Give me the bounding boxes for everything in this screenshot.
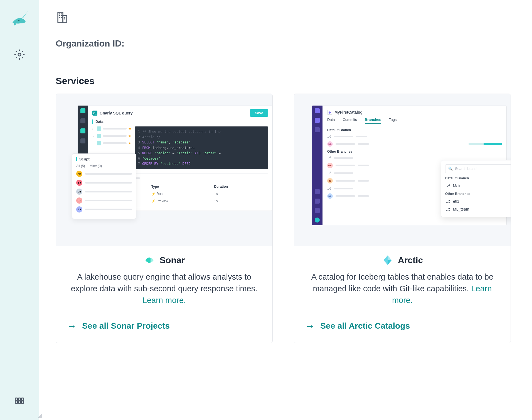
- gear-icon: [14, 49, 25, 60]
- branch-icon: ⎇: [327, 156, 331, 160]
- arctic-card: ◆ MyFirstCatalog Data Commits Branches T…: [294, 94, 511, 343]
- preview-nav-icon: [80, 118, 85, 123]
- svg-rect-5: [15, 401, 18, 403]
- preview-nav-icon: [80, 108, 85, 113]
- sonar-cta-link[interactable]: → See all Sonar Projects: [56, 314, 272, 343]
- sonar-card: >_ Gnarly SQL query Save Data ›★ ⌄★ ★: [56, 94, 273, 343]
- avatar: AH: [76, 171, 82, 177]
- grid-icon: [14, 397, 25, 408]
- svg-rect-4: [21, 398, 24, 400]
- script-popup: Script All (5) Mine (0) AH BJ CE DT EJ: [72, 153, 136, 219]
- avatar: DT: [76, 197, 82, 204]
- sql-editor: 1/* Show me the coolest cetaceans in the…: [135, 126, 268, 169]
- preview-nav-icon: [315, 199, 320, 204]
- tab-branches[interactable]: Branches: [365, 118, 381, 124]
- arctic-icon: [382, 254, 393, 266]
- svg-rect-3: [18, 398, 21, 400]
- branch-icon: ⎇: [446, 207, 450, 211]
- dataset-icon: [97, 134, 101, 138]
- arctic-description: A catalog for Iceberg tables that enable…: [305, 271, 499, 306]
- svg-rect-7: [21, 401, 24, 403]
- building-icon: [56, 11, 69, 24]
- dataset-icon: [97, 126, 101, 131]
- bolt-icon: ⚡: [151, 192, 156, 196]
- star-icon: ★: [128, 134, 131, 138]
- sidebar: [0, 0, 39, 420]
- catalog-title: ◆ MyFirstCatalog: [327, 110, 502, 115]
- branch-search-popup: 🔍 Search branch Default Branch ⎇Main Oth…: [441, 160, 511, 217]
- sonar-title: Sonar: [160, 255, 185, 265]
- avatar: EJ: [76, 206, 82, 213]
- resize-handle-icon: [37, 413, 42, 418]
- preview-nav-icon: [315, 189, 320, 194]
- branch-option-main[interactable]: ⎇Main: [445, 182, 511, 190]
- catalog-icon: ◆: [327, 110, 332, 115]
- branch-search-input[interactable]: 🔍 Search branch: [445, 164, 511, 173]
- preview-nav-icon: [315, 127, 320, 132]
- script-tab-all[interactable]: All (5): [76, 164, 85, 168]
- branch-row: ⎇: [327, 134, 502, 138]
- query-title: >_ Gnarly SQL query: [92, 111, 133, 116]
- avatar: CE: [76, 189, 82, 195]
- org-id-label: Organization ID:: [56, 38, 515, 49]
- star-icon: ★: [128, 141, 131, 145]
- branch-icon: ⎇: [327, 134, 331, 138]
- tab-commits[interactable]: Commits: [343, 118, 357, 122]
- branch-option[interactable]: ⎇etl1: [445, 197, 511, 205]
- arctic-tabs: Data Commits Branches Tags: [327, 118, 502, 124]
- avatar: BJ: [76, 180, 82, 186]
- services-heading: Services: [56, 75, 515, 86]
- save-button[interactable]: Save: [250, 109, 268, 117]
- tab-tags[interactable]: Tags: [389, 118, 396, 122]
- branch-icon: ⎇: [327, 186, 331, 191]
- settings-nav[interactable]: [13, 48, 26, 61]
- branch-row: ML: [327, 141, 502, 147]
- script-popup-title: Script: [76, 157, 132, 161]
- sonar-learn-more-link[interactable]: Learn more.: [142, 296, 186, 305]
- data-section-label: Data: [92, 119, 268, 124]
- preview-nav-icon: [315, 118, 320, 123]
- branch-option[interactable]: ⎇ML_team: [445, 205, 511, 213]
- other-branches-label: Other Branches: [327, 150, 502, 153]
- preview-nav-icon: [315, 108, 320, 113]
- preview-nav-icon: [80, 138, 85, 143]
- star-icon: ★: [128, 127, 131, 131]
- arrow-right-icon: →: [305, 321, 315, 331]
- default-branch-label: Default Branch: [327, 128, 502, 132]
- narwhal-logo[interactable]: [8, 7, 31, 30]
- main-content: Organization ID: Services >_: [39, 0, 532, 420]
- arrow-right-icon: →: [67, 321, 77, 331]
- branch-icon: ⎇: [446, 199, 450, 204]
- avatar: ZL: [327, 178, 333, 184]
- bolt-icon: ⚡: [151, 199, 156, 203]
- branch-icon: ⎇: [327, 171, 331, 175]
- popup-other-label: Other Branches: [445, 192, 511, 196]
- sonar-description: A lakehouse query engine that allows ana…: [67, 271, 261, 306]
- branch-row: ⎇: [327, 156, 502, 160]
- script-tab-mine[interactable]: Mine (0): [90, 164, 102, 168]
- terminal-icon: >_: [92, 111, 97, 116]
- popup-default-label: Default Branch: [445, 176, 511, 180]
- svg-rect-2: [15, 398, 18, 400]
- branch-icon: ⎇: [446, 184, 450, 188]
- tab-data[interactable]: Data: [327, 118, 335, 122]
- avatar: ML: [327, 141, 333, 147]
- svg-rect-6: [18, 401, 21, 403]
- arctic-preview-iconbar: [312, 106, 322, 225]
- svg-rect-8: [58, 12, 63, 22]
- svg-point-1: [18, 53, 21, 56]
- search-icon: 🔍: [448, 167, 453, 171]
- avatar: ML: [327, 193, 333, 199]
- apps-nav[interactable]: [13, 395, 26, 409]
- preview-nav-icon: [315, 208, 320, 213]
- progress-bar: [469, 143, 502, 145]
- sonar-icon: [144, 254, 155, 266]
- arctic-cta-link[interactable]: → See all Arctic Catalogs: [294, 314, 511, 343]
- arctic-preview: ◆ MyFirstCatalog Data Commits Branches T…: [294, 94, 511, 246]
- svg-point-0: [18, 20, 19, 21]
- dataset-icon: [97, 141, 101, 145]
- arctic-title: Arctic: [398, 255, 423, 265]
- avatar: MC: [327, 163, 333, 168]
- sonar-preview: >_ Gnarly SQL query Save Data ›★ ⌄★ ★: [56, 94, 272, 246]
- preview-nav-icon: [315, 218, 320, 223]
